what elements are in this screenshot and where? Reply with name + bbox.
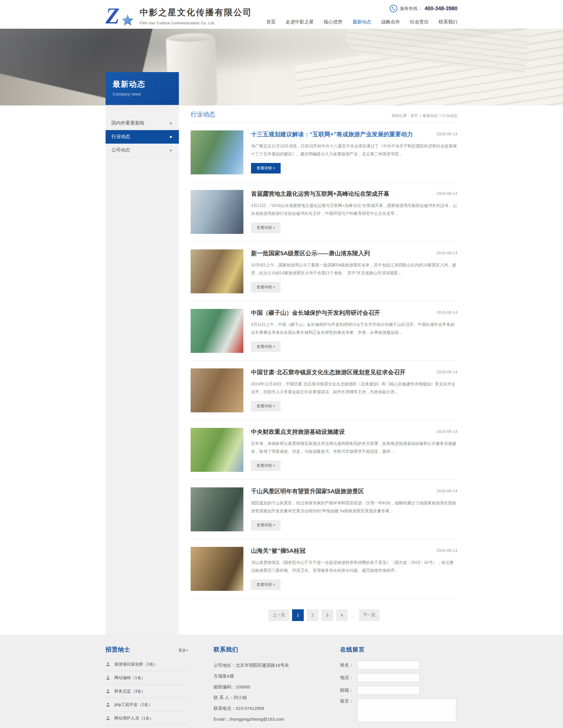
job-label: 网站编辑（1名） — [114, 675, 145, 681]
view-detail-button[interactable]: 查看详情 > — [251, 579, 280, 590]
arrow-right-icon: ▶ — [170, 135, 172, 139]
news-list: 十三五规划建议解读：“互联网+”将成旅游产业发展的重要动力 2016-06-14… — [190, 123, 458, 599]
contact-lines: 公司地址：北京市朝阳区建国路16号东 方瑞景A座 邮政编码：100005 联 系… — [214, 660, 315, 725]
phone-field[interactable] — [357, 673, 420, 682]
contact-line: Email：zhongyingzhixing@163.com — [214, 714, 315, 725]
prev-page-button[interactable]: 上一页 — [268, 609, 289, 621]
company-logo: Z — [105, 5, 135, 26]
view-detail-button[interactable]: 查看详情 > — [251, 401, 280, 411]
job-list: 旅游项目策划师（3名） 网站编辑（1名） 财务总监（3名） ph — [105, 658, 188, 725]
news-title[interactable]: 中国甘肃·北石窟寺镇原文化生态旅游区规划意见征求会召开 — [251, 368, 406, 376]
sidebar-header: 最新动态 Company news — [105, 72, 179, 105]
news-date: 2016-06-14 — [436, 309, 458, 315]
page-number-button[interactable]: 1 — [292, 609, 304, 621]
pagination: 上一页 1 2 3 4 … 下一页 — [190, 609, 458, 621]
page-title: 行业动态 — [190, 110, 215, 118]
header: Z 中影之星文化传播有限公司 Film star Culture Communi… — [0, 0, 563, 29]
hotline-number: 400-348-3980 — [425, 6, 458, 12]
sidebar-title: 最新动态 — [113, 79, 172, 89]
nav-item[interactable]: 社会责任 — [410, 19, 429, 25]
name-label: 姓名： — [340, 662, 357, 668]
nav-item[interactable]: 联系我们 — [439, 19, 458, 25]
content-section: 最新动态 Company news 国内外重要新闻 ▶ 行业动态 ▶ — [0, 106, 563, 635]
news-date: 2016-06-14 — [436, 487, 458, 493]
news-thumbnail[interactable] — [190, 547, 243, 591]
brand[interactable]: Z 中影之星文化传播有限公司 Film star Culture Communi… — [105, 0, 252, 29]
breadcrumb-label: 我的位置： — [392, 113, 411, 118]
news-item: 中国甘肃·北石窟寺镇原文化生态旅游区规划意见征求会召开 2016-06-14 2… — [190, 361, 458, 420]
news-thumbnail[interactable] — [190, 130, 243, 174]
job-item[interactable]: 财务总监（3名） — [105, 685, 188, 698]
nav-item[interactable]: 核心优势 — [324, 19, 343, 25]
news-thumbnail[interactable] — [190, 487, 243, 531]
news-title[interactable]: 千山风景区明年有望晋升国家5A级旅游景区 — [251, 487, 364, 495]
view-detail-button[interactable]: 查看详情 > — [251, 520, 280, 530]
message-field[interactable] — [357, 698, 456, 722]
job-item[interactable]: 旅游项目策划师（3名） — [105, 658, 188, 671]
news-thumbnail[interactable] — [190, 428, 243, 472]
sidebar-menu-item[interactable]: 国内外重要新闻 ▶ — [105, 117, 179, 130]
job-label: 旅游项目策划师（3名） — [114, 662, 158, 667]
view-detail-button[interactable]: 查看详情 > — [251, 460, 280, 471]
recruit-column: 招贤纳士 更多> 旅游项目策划师（3名） 网站编辑（1名） — [105, 646, 188, 728]
news-title[interactable]: 新一批国家5A级景区公示——唐山清东陵入列 — [251, 249, 370, 257]
contact-title: 联系我们 — [214, 646, 315, 654]
news-title[interactable]: 中国（碾子山）金长城保护与开发利用研讨会召开 — [251, 309, 380, 317]
page-number-button[interactable]: 2 — [307, 609, 319, 621]
news-title[interactable]: 首届露营地主题化运营与互联网+高峰论坛在荣成开幕 — [251, 190, 390, 198]
phone-label: 电话： — [340, 675, 357, 681]
news-thumbnail[interactable] — [190, 309, 243, 353]
logo-star-icon — [121, 13, 134, 27]
news-description: 近年来，各级政府认真贯彻落实旅游法等法律法规和国务院的有关部署，统筹推进旅游基础… — [251, 440, 458, 456]
sidebar: 最新动态 Company news 国内外重要新闻 ▶ 行业动态 ▶ — [105, 106, 179, 635]
job-item[interactable]: 网站维护人员（1名） — [105, 712, 188, 725]
sidebar-menu-item[interactable]: 行业动态 ▶ — [105, 130, 179, 144]
news-title[interactable]: 山海关“被”摘5A桂冠 — [251, 547, 306, 555]
contact-line: 联 系 人：刘小姐 — [214, 692, 315, 703]
sidebar-menu: 国内外重要新闻 ▶ 行业动态 ▶ 公司动态 ▶ — [105, 117, 179, 157]
news-date: 2016-06-14 — [436, 249, 458, 255]
view-detail-button[interactable]: 查看详情 > — [251, 222, 280, 233]
next-page-button[interactable]: 下一页 — [359, 609, 380, 621]
page-number-button[interactable]: 3 — [322, 609, 333, 621]
news-item: 中国（碾子山）金长城保护与开发利用研讨会召开 2016-06-14 9月11日上… — [190, 301, 458, 361]
nav-item[interactable]: 最新动态 — [353, 19, 371, 25]
person-icon — [105, 689, 110, 694]
view-detail-button[interactable]: 查看详情 > — [251, 163, 280, 174]
email-field[interactable] — [357, 686, 420, 695]
news-date: 2016-06-14 — [436, 368, 458, 374]
phone-icon — [390, 5, 397, 12]
name-field[interactable] — [357, 661, 420, 670]
news-thumbnail[interactable] — [190, 190, 243, 234]
news-title[interactable]: 中央财政重点支持旅游基础设施建设 — [251, 428, 345, 436]
breadcrumb-home[interactable]: 首页 — [411, 113, 418, 118]
person-icon — [105, 716, 110, 721]
recruit-more-link[interactable]: 更多> — [178, 648, 188, 653]
nav-item[interactable]: 战略合作 — [381, 19, 400, 25]
view-detail-button[interactable]: 查看详情 > — [251, 282, 280, 292]
breadcrumb-separator: > — [419, 113, 422, 118]
contact-column: 联系我们 公司地址：北京市朝阳区建国路16号东 方瑞景A座 邮政编码：10000… — [214, 646, 315, 728]
company-name-en: Film star Culture Communication Co. Ltd. — [139, 21, 252, 25]
view-detail-button[interactable]: 查看详情 > — [251, 341, 280, 352]
news-description: 央广网北京11月10日消息，日前召开的中共十八届五中全会审议通过了《中共中央关于… — [251, 142, 458, 158]
news-date: 2016-06-14 — [436, 428, 458, 434]
news-thumbnail[interactable] — [190, 368, 243, 412]
nav-item[interactable]: 走进中影之星 — [286, 19, 314, 25]
job-item[interactable]: php工程开发（2名） — [105, 698, 188, 712]
sidebar-menu-item[interactable]: 公司动态 ▶ — [105, 144, 179, 157]
sidebar-item-label: 国内外重要新闻 — [111, 120, 144, 126]
email-label: 邮箱： — [340, 688, 357, 693]
job-item[interactable]: 网站编辑（1名） — [105, 671, 188, 685]
breadcrumb-news[interactable]: 最新动态 — [423, 113, 438, 118]
nav-item[interactable]: 首页 — [266, 19, 275, 25]
news-date: 2016-06-14 — [436, 547, 458, 553]
news-description: 为认真贯彻落实《国务院办公厅关于进一步促进旅游投资和消费的若干意见》（国办发〔2… — [251, 559, 458, 575]
news-title[interactable]: 十三五规划建议解读：“互联网+”将成旅游产业发展的重要动力 — [251, 130, 413, 138]
person-icon — [105, 675, 110, 680]
news-item: 十三五规划建议解读：“互联网+”将成旅游产业发展的重要动力 2016-06-14… — [190, 123, 458, 182]
news-thumbnail[interactable] — [190, 249, 243, 293]
pagination-ellipsis: … — [351, 613, 356, 618]
contact-line: 联系电话：010-57412958 — [214, 703, 315, 714]
page-number-button[interactable]: 4 — [336, 609, 348, 621]
